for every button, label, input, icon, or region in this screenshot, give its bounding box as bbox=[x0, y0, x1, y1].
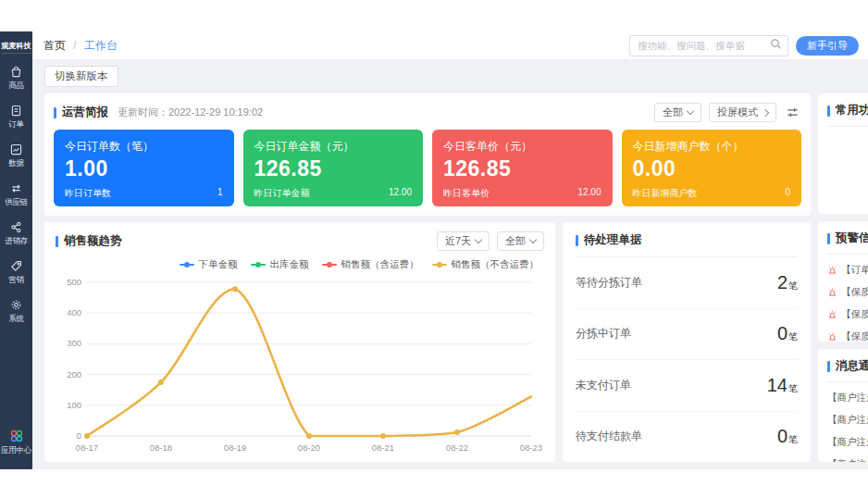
content-area: 切换新版本 运营简报 更新时间：2022-12-29 10:19:02 bbox=[32, 60, 868, 469]
breadcrumb-home[interactable]: 首页 bbox=[43, 39, 66, 52]
trend-title: 销售额趋势 bbox=[64, 233, 122, 249]
main-area: 首页 / 工作台 新手引导 切换新版本 bbox=[32, 31, 868, 469]
dropdown-value: 近7天 bbox=[445, 234, 471, 248]
legend-item-outbound-amount[interactable]: 出库金额 bbox=[251, 258, 309, 271]
sidebar-item-supply-chain[interactable]: 供应链 bbox=[5, 181, 28, 208]
breadcrumb-current[interactable]: 工作台 bbox=[84, 39, 118, 52]
left-column: 运营简报 更新时间：2022-12-29 10:19:02 全部 投屏模式 bbox=[44, 93, 811, 462]
svg-text:100: 100 bbox=[67, 400, 81, 410]
sidebar-item-label: 应用中心 bbox=[1, 445, 31, 456]
app-window: 观麦科技 商品 订单 数据 供应链 进销存 营销 系统 bbox=[0, 31, 868, 469]
stat-card-footer-value: 0 bbox=[785, 187, 790, 200]
sidebar-item-marketing[interactable]: 营销 bbox=[8, 259, 23, 286]
legend-label: 销售额（不含运费） bbox=[452, 258, 539, 271]
stat-card-title: 今日订单金额（元） bbox=[254, 139, 413, 155]
stat-card-today-orders[interactable]: 今日订单数（笔） 1.00 昨日订单数1 bbox=[54, 130, 234, 206]
beginner-guide-button[interactable]: 新手引导 bbox=[796, 36, 859, 56]
alarm-icon bbox=[827, 309, 837, 321]
stat-cards-row: 今日订单数（笔） 1.00 昨日订单数1 今日订单金额（元） 126.85 昨日… bbox=[54, 130, 801, 206]
switch-version-button[interactable]: 切换新版本 bbox=[44, 66, 118, 87]
sidebar-item-label: 数据 bbox=[8, 158, 23, 169]
legend-label: 下单金额 bbox=[199, 258, 238, 271]
svg-text:08-20: 08-20 bbox=[298, 442, 320, 453]
notice-item[interactable]: 【商户注册】 bbox=[827, 436, 868, 449]
chevron-down-icon bbox=[475, 236, 482, 243]
cast-mode-button[interactable]: 投屏模式 bbox=[709, 103, 776, 122]
sidebar-item-label: 商品 bbox=[8, 81, 23, 92]
legend-marker bbox=[180, 264, 194, 266]
right-column: 常用功能 预警信息 【订单】 【保质期 【保质期 【保质期 消息通知 【商户注册… bbox=[818, 93, 868, 462]
svg-text:0: 0 bbox=[77, 430, 81, 441]
alert-item[interactable]: 【保质期 bbox=[827, 286, 868, 299]
section-accent-bar bbox=[54, 107, 56, 118]
pending-row-unpaid-settlement[interactable]: 待支付结款单 0笔 bbox=[576, 412, 798, 463]
notice-text: 【商户注册】 bbox=[827, 436, 868, 449]
legend-label: 销售额（含运费） bbox=[341, 258, 419, 271]
legend-item-order-amount[interactable]: 下单金额 bbox=[180, 258, 238, 271]
alert-item[interactable]: 【订单】 bbox=[827, 264, 868, 277]
pending-row-waiting-sorting[interactable]: 等待分拣订单 2笔 bbox=[576, 257, 798, 309]
section-accent-bar bbox=[827, 233, 830, 244]
sliders-icon[interactable] bbox=[784, 104, 801, 121]
legend-marker bbox=[322, 264, 337, 266]
legend-item-sales-with-freight[interactable]: 销售额（含运费） bbox=[322, 258, 419, 271]
alert-item[interactable]: 【保质期 bbox=[827, 308, 868, 321]
stat-card-new-merchants[interactable]: 今日新增商户数（个） 0.00 昨日新增商户数0 bbox=[622, 130, 802, 206]
alerts-title: 预警信息 bbox=[836, 230, 868, 246]
tag-icon bbox=[9, 259, 23, 273]
sidebar-item-goods[interactable]: 商品 bbox=[8, 65, 23, 92]
sales-trend-chart[interactable]: 010020030040050008-1708-1808-1908-2008-2… bbox=[56, 273, 544, 453]
svg-text:08-23: 08-23 bbox=[520, 442, 542, 453]
pending-row-sorting[interactable]: 分拣中订单 0笔 bbox=[576, 309, 798, 361]
notice-item[interactable]: 【商户注册】 bbox=[827, 414, 868, 427]
sidebar-item-data[interactable]: 数据 bbox=[8, 143, 23, 169]
section-accent-bar bbox=[827, 361, 830, 372]
section-accent-bar bbox=[827, 106, 830, 117]
alert-text: 【订单】 bbox=[841, 264, 868, 277]
pending-label: 待支付结款单 bbox=[576, 429, 642, 444]
sidebar-item-app-center[interactable]: 应用中心 bbox=[1, 429, 31, 456]
sidebar-item-system[interactable]: 系统 bbox=[8, 298, 23, 325]
pending-label: 未支付订单 bbox=[576, 378, 631, 393]
briefing-title: 运营简报 bbox=[62, 105, 108, 120]
sidebar: 观麦科技 商品 订单 数据 供应链 进销存 营销 系统 bbox=[0, 31, 32, 469]
svg-text:08-22: 08-22 bbox=[446, 442, 468, 453]
sales-trend-panel: 销售额趋势 近7天 全部 bbox=[44, 222, 555, 462]
stat-card-today-price[interactable]: 今日客单价（元） 126.85 昨日客单价12.00 bbox=[432, 130, 613, 206]
briefing-filter-dropdown[interactable]: 全部 bbox=[654, 103, 701, 122]
search-input[interactable] bbox=[636, 39, 770, 52]
alert-text: 【保质期 bbox=[841, 330, 868, 342]
alarm-icon bbox=[827, 331, 837, 342]
alarm-icon bbox=[827, 265, 837, 277]
stat-card-footer-value: 12.00 bbox=[577, 187, 601, 200]
sidebar-item-inventory[interactable]: 进销存 bbox=[5, 220, 28, 247]
chart-icon bbox=[9, 143, 23, 156]
stat-card-value: 126.85 bbox=[254, 156, 413, 181]
supply-chain-icon bbox=[9, 181, 23, 195]
pending-label: 分拣中订单 bbox=[576, 326, 631, 342]
svg-text:08-17: 08-17 bbox=[76, 442, 98, 453]
stat-card-footer-label: 昨日客单价 bbox=[443, 187, 490, 200]
alert-item[interactable]: 【保质期 bbox=[827, 330, 868, 342]
range-7days-dropdown[interactable]: 近7天 bbox=[437, 231, 490, 251]
briefing-updated-time: 更新时间：2022-12-29 10:19:02 bbox=[118, 106, 263, 119]
stat-card-footer-label: 昨日订单金额 bbox=[254, 187, 310, 200]
dropdown-value: 全部 bbox=[505, 234, 526, 248]
notice-item[interactable]: 【商户注册】 bbox=[827, 392, 868, 405]
pending-row-unpaid-orders[interactable]: 未支付订单 14笔 bbox=[576, 360, 798, 412]
svg-text:200: 200 bbox=[67, 369, 81, 380]
stat-card-value: 0.00 bbox=[633, 156, 791, 181]
trend-filter-dropdown[interactable]: 全部 bbox=[497, 231, 544, 251]
stat-card-value: 1.00 bbox=[65, 156, 223, 181]
legend-item-sales-without-freight[interactable]: 销售额（不含运费） bbox=[432, 258, 539, 271]
stat-card-today-amount[interactable]: 今日订单金额（元） 126.85 昨日订单金额12.00 bbox=[243, 130, 424, 206]
sidebar-item-orders[interactable]: 订单 bbox=[8, 104, 23, 131]
sidebar-item-label: 营销 bbox=[8, 275, 23, 286]
pending-documents-panel: 待处理单据 等待分拣订单 2笔 分拣中订单 0笔 未支付订单 bbox=[563, 222, 811, 462]
magnifier-icon[interactable] bbox=[770, 37, 782, 54]
share-icon bbox=[9, 220, 23, 234]
svg-text:300: 300 bbox=[67, 338, 81, 348]
alert-text: 【保质期 bbox=[841, 286, 868, 299]
brand-logo[interactable]: 观麦科技 bbox=[2, 41, 31, 54]
notice-item[interactable]: 【商户注册】 bbox=[827, 458, 868, 462]
